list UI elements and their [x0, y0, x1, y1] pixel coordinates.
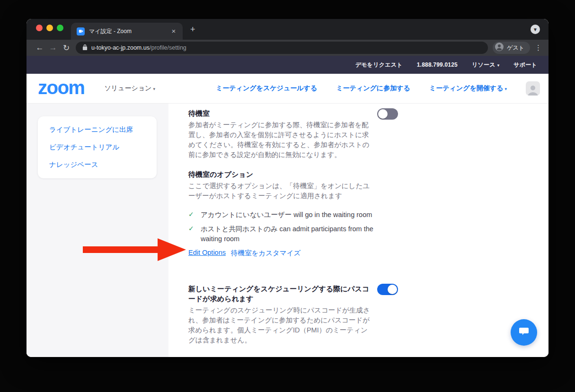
red-arrow-annotation	[83, 246, 159, 253]
option-item: ✓ ホストと共同ホストのみ can admit participants fro…	[188, 224, 378, 244]
profile-guest-badge[interactable]: ゲスト	[493, 42, 530, 54]
option-text: アカウントにいないユーザー will go in the waiting roo…	[201, 210, 372, 220]
setting-description: ここで選択するオプションは、「待機室」をオンにしたユーザーがホストするミーティン…	[188, 181, 374, 201]
host-meeting-menu[interactable]: ミーティングを開催する▾	[429, 84, 507, 93]
tab-search-icon[interactable]: ▼	[531, 25, 540, 34]
settings-main: 待機室 参加者がミーティングに参加する際、待機室に参加者を配置し、参加者の入室を…	[168, 104, 548, 357]
reload-icon[interactable]: ↻	[60, 43, 73, 53]
setting-passcode-required: 新しいミーティングをスケジューリングする際にパスコードが求められます ミーティン…	[188, 284, 411, 346]
tab-title: マイ設定 - Zoom	[89, 27, 169, 35]
profile-avatar[interactable]	[526, 81, 540, 96]
caret-down-icon: ▾	[153, 87, 155, 91]
zoom-favicon-icon	[77, 27, 85, 35]
browser-window: マイ設定 - Zoom × + ▼ ← → ↻ u-tokyo-ac-jp.zo…	[27, 19, 548, 357]
setting-title: 待機室	[188, 108, 374, 118]
guest-label: ゲスト	[507, 44, 524, 52]
guest-avatar-icon	[495, 42, 504, 53]
minimize-window-button[interactable]	[46, 25, 53, 31]
browser-menu-icon[interactable]: ⋮	[535, 44, 542, 52]
desktop-background: マイ設定 - Zoom × + ▼ ← → ↻ u-tokyo-ac-jp.zo…	[0, 0, 575, 392]
new-tab-button[interactable]: +	[190, 25, 195, 34]
waiting-room-toggle[interactable]	[377, 108, 398, 120]
caret-down-icon: ▾	[504, 87, 507, 91]
setting-waiting-room-options: 待機室のオプション ここで選択するオプションは、「待機室」をオンにしたユーザーが…	[188, 169, 411, 258]
support-link[interactable]: サポート	[513, 61, 537, 69]
caret-down-icon: ▾	[497, 63, 500, 68]
customize-waiting-room-link[interactable]: 待機室をカスタマイズ	[231, 249, 301, 258]
tab-strip: マイ設定 - Zoom × + ▼	[27, 19, 548, 40]
option-text: ホストと共同ホストのみ can admit participants from …	[201, 224, 378, 244]
phone-number-link[interactable]: 1.888.799.0125	[417, 61, 458, 68]
passcode-toggle[interactable]	[377, 284, 398, 295]
check-icon: ✓	[188, 224, 201, 244]
site-header: zoom ソリューション▾ ミーティングをスケジュールする ミーティングに参加す…	[27, 74, 548, 104]
chat-bubble-icon	[518, 326, 530, 339]
join-meeting-link[interactable]: ミーティングに参加する	[336, 84, 410, 93]
sidebar-resources-card: ライブトレーニングに出席 ビデオチュートリアル ナレッジベース	[38, 116, 157, 178]
zoom-logo[interactable]: zoom	[38, 78, 84, 97]
option-links: Edit Options 待機室をカスタマイズ	[188, 249, 411, 258]
setting-description: 参加者がミーティングに参加する際、待機室に参加者を配置し、参加者の入室を個別に許…	[188, 120, 374, 160]
sidebar-item-video-tutorials[interactable]: ビデオチュートリアル	[38, 139, 157, 156]
sidebar: ライブトレーニングに出席 ビデオチュートリアル ナレッジベース	[27, 104, 168, 357]
option-list: ✓ アカウントにいないユーザー will go in the waiting r…	[188, 210, 378, 244]
setting-waiting-room: 待機室 参加者がミーティングに参加する際、待機室に参加者を配置し、参加者の入室を…	[188, 108, 411, 160]
window-controls	[36, 25, 63, 31]
close-tab-icon[interactable]: ×	[169, 27, 178, 35]
check-icon: ✓	[188, 210, 201, 220]
edit-options-link[interactable]: Edit Options	[188, 249, 226, 258]
resources-menu[interactable]: リソース▾	[472, 61, 499, 69]
site-top-nav: デモをリクエスト 1.888.799.0125 リソース▾ サポート	[27, 56, 548, 74]
forward-icon[interactable]: →	[46, 43, 60, 52]
url-domain: u-tokyo-ac-jp.zoom.us	[91, 44, 150, 51]
url-path: /profile/setting	[150, 44, 186, 51]
red-arrow-head-icon	[158, 238, 186, 261]
back-icon[interactable]: ←	[33, 43, 46, 52]
sidebar-item-knowledge-base[interactable]: ナレッジベース	[38, 156, 157, 174]
setting-title: 新しいミーティングをスケジューリングする際にパスコードが求められます	[188, 284, 374, 304]
setting-title: 待機室のオプション	[188, 169, 374, 179]
browser-tab[interactable]: マイ設定 - Zoom ×	[71, 23, 183, 40]
toggle-knob	[388, 285, 397, 294]
request-demo-link[interactable]: デモをリクエスト	[355, 61, 403, 69]
sidebar-item-live-training[interactable]: ライブトレーニングに出席	[38, 121, 157, 139]
toggle-knob	[378, 109, 388, 119]
browser-toolbar: ← → ↻ u-tokyo-ac-jp.zoom.us/profile/sett…	[27, 40, 548, 56]
solutions-menu[interactable]: ソリューション▾	[104, 84, 155, 93]
chat-support-button[interactable]	[511, 319, 537, 346]
lock-icon	[82, 44, 88, 52]
settings-page: ライブトレーニングに出席 ビデオチュートリアル ナレッジベース 待機室 参加者が…	[27, 104, 548, 357]
address-bar[interactable]: u-tokyo-ac-jp.zoom.us/profile/setting	[76, 42, 488, 54]
option-item: ✓ アカウントにいないユーザー will go in the waiting r…	[188, 210, 378, 220]
schedule-meeting-link[interactable]: ミーティングをスケジュールする	[216, 84, 317, 93]
close-window-button[interactable]	[36, 25, 43, 31]
zoom-window-button[interactable]	[57, 25, 63, 31]
setting-description: ミーティングのスケジューリング時にパスコードが生成され、参加者はミーテイングに参…	[188, 305, 374, 346]
